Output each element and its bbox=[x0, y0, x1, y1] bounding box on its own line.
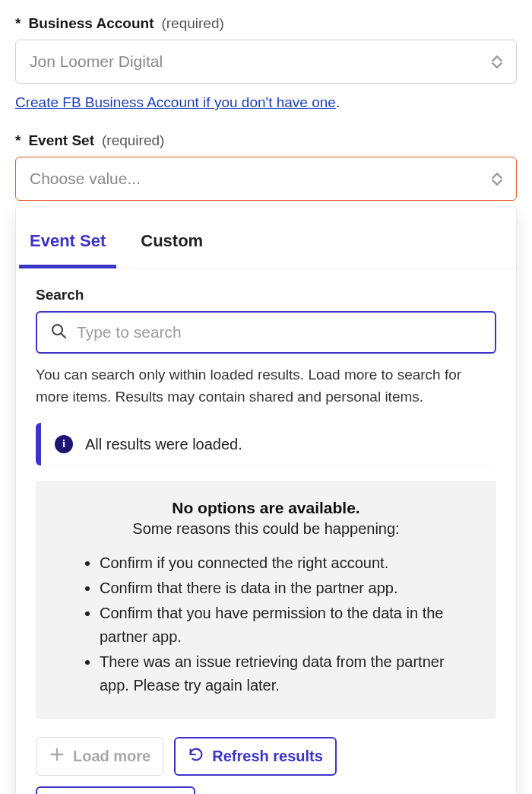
plus-icon bbox=[49, 746, 65, 767]
search-input[interactable] bbox=[77, 323, 483, 341]
info-icon: i bbox=[55, 435, 73, 453]
search-hint: You can search only within loaded result… bbox=[36, 364, 496, 408]
reason-item: Confirm if you connected the right accou… bbox=[100, 551, 473, 575]
no-options-panel: No options are available. Some reasons t… bbox=[36, 481, 496, 719]
search-label: Search bbox=[36, 287, 496, 303]
info-banner: i All results were loaded. bbox=[36, 423, 496, 465]
refresh-icon bbox=[188, 746, 204, 767]
search-icon bbox=[49, 322, 68, 343]
reason-item: Confirm that you have permission to the … bbox=[100, 602, 473, 649]
required-tag: (required) bbox=[102, 132, 164, 149]
chevrons-vertical-icon bbox=[492, 56, 502, 68]
no-options-title: No options are available. bbox=[59, 499, 473, 517]
field-label-event-set: * Event Set (required) bbox=[15, 132, 517, 149]
business-account-select[interactable]: Jon Loomer Digital bbox=[15, 40, 517, 84]
svg-line-1 bbox=[62, 334, 66, 338]
required-asterisk: * bbox=[15, 15, 21, 32]
event-set-placeholder: Choose value... bbox=[30, 170, 141, 188]
reason-item: Confirm that there is data in the partne… bbox=[100, 576, 473, 600]
no-options-reasons: Confirm if you connected the right accou… bbox=[59, 551, 473, 697]
tab-custom[interactable]: Custom bbox=[141, 208, 203, 268]
refresh-results-button[interactable]: Refresh results bbox=[174, 737, 337, 776]
dropdown-tabs: Event Set Custom bbox=[16, 208, 516, 268]
field-business-account: * Business Account (required) Jon Loomer… bbox=[15, 15, 517, 84]
field-event-set: * Event Set (required) Choose value... bbox=[15, 132, 517, 201]
dropdown-body: Search You can search only within loaded… bbox=[16, 268, 516, 794]
event-set-dropdown-panel: Event Set Custom Search You can search o… bbox=[15, 208, 517, 794]
clear-selection-button[interactable]: Clear selection bbox=[36, 786, 195, 794]
create-fb-account-link[interactable]: Create FB Business Account if you don't … bbox=[15, 94, 336, 110]
search-field-wrapper[interactable] bbox=[36, 311, 496, 354]
load-more-button: Load more bbox=[36, 737, 163, 776]
create-fb-link-row: Create FB Business Account if you don't … bbox=[15, 94, 517, 111]
load-more-label: Load more bbox=[73, 748, 150, 765]
event-set-select[interactable]: Choose value... bbox=[15, 157, 517, 201]
dropdown-actions: Load more Refresh results Clear selectio… bbox=[36, 737, 496, 794]
required-tag: (required) bbox=[161, 15, 223, 32]
chevrons-vertical-icon bbox=[492, 173, 502, 186]
refresh-label: Refresh results bbox=[212, 748, 323, 765]
field-label-business-account: * Business Account (required) bbox=[15, 15, 517, 32]
label-text: Event Set bbox=[28, 132, 94, 149]
reason-item: There was an issue retrieving data from … bbox=[100, 650, 473, 697]
info-banner-text: All results were loaded. bbox=[85, 436, 242, 453]
tab-event-set[interactable]: Event Set bbox=[30, 208, 106, 268]
business-account-value: Jon Loomer Digital bbox=[30, 52, 163, 71]
no-options-subtitle: Some reasons this could be happening: bbox=[59, 520, 473, 538]
label-text: Business Account bbox=[28, 15, 154, 32]
required-asterisk: * bbox=[15, 132, 21, 149]
